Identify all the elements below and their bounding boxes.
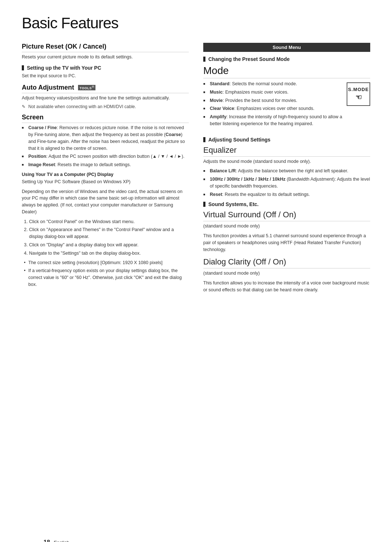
picture-reset-desc: Resets your current picture mode to its … bbox=[22, 54, 189, 61]
ordered-item-4: Navigate to the "Settings" tab on the di… bbox=[29, 250, 189, 257]
virtual-surround-desc: This function provides a virtual 5.1 cha… bbox=[203, 233, 370, 253]
screen-title: Screen bbox=[22, 114, 189, 123]
setting-up-tv-desc: Set the input source to PC. bbox=[22, 73, 189, 79]
smode-box: S.MODE ☞ bbox=[347, 82, 370, 106]
mode-movie: Movie: Provides the best sound for movie… bbox=[203, 97, 343, 104]
auto-adjustment-section: Auto Adjustment TOOLS⊓ Adjust frequency … bbox=[22, 84, 189, 110]
dialog-clarity-note: (standard sound mode only) bbox=[203, 270, 370, 277]
auto-adjustment-title: Auto Adjustment TOOLS⊓ bbox=[22, 84, 189, 93]
mode-music: Music: Emphasizes music over voices. bbox=[203, 89, 343, 96]
equalizer-title: Equalizer bbox=[203, 145, 370, 157]
screen-bullets: Coarse / Fine: Removes or reduces pictur… bbox=[22, 124, 189, 168]
page-number: 18 bbox=[44, 539, 50, 542]
eq-reset: Reset: Resets the equalizer to its defau… bbox=[203, 191, 370, 198]
left-column: Picture Reset (OK / Cancel) Resets your … bbox=[22, 43, 189, 296]
mode-clear-voice: Clear Voice: Emphasizes voices over othe… bbox=[203, 105, 343, 112]
sub-bullet-frequency: If a vertical-frequency option exists on… bbox=[22, 267, 189, 288]
virtual-surround-title: Virtual Surround (Off / On) bbox=[203, 210, 370, 221]
setting-up-tv-section: Setting up the TV with Your PC Set the i… bbox=[22, 65, 189, 79]
changing-preset-title: Changing the Preset Sound Mode bbox=[203, 56, 370, 62]
eq-bandwidth: 100Hz / 300Hz / 1kHz / 3kHz / 10kHz (Ban… bbox=[203, 176, 370, 190]
pc-display-sub-bullets: The correct size setting (resolution) [O… bbox=[22, 259, 189, 288]
pc-display-desc: Setting Up Your PC Software (Based on Wi… bbox=[22, 178, 189, 185]
sound-menu-header: Sound Menu bbox=[203, 43, 370, 52]
pc-display-ordered-list: Click on "Control Panel" on the Windows … bbox=[22, 218, 189, 257]
mode-bullets: Standard: Selects the normal sound mode.… bbox=[203, 81, 343, 129]
dialog-clarity-section: Dialog Clarity (Off / On) (standard soun… bbox=[203, 257, 370, 293]
page-footer: 18 English bbox=[44, 539, 69, 542]
screen-bullet-image-reset: Image Reset: Resets the image to default… bbox=[22, 161, 189, 168]
right-column: Sound Menu Changing the Preset Sound Mod… bbox=[203, 43, 370, 296]
mode-amplify: Amplify: Increase the intensity of high-… bbox=[203, 114, 343, 127]
dialog-clarity-desc: This function allows you to increase the… bbox=[203, 280, 370, 293]
virtual-surround-note: (standard sound mode only) bbox=[203, 223, 370, 230]
equalizer-section: Equalizer Adjusts the sound mode (standa… bbox=[203, 145, 370, 198]
equalizer-desc: Adjusts the sound mode (standard sound m… bbox=[203, 158, 370, 165]
sub-bullet-resolution: The correct size setting (resolution) [O… bbox=[22, 259, 189, 266]
sound-systems-title: Sound Systems, Etc. bbox=[203, 201, 370, 207]
adjusting-sound-section: Adjusting Sound Settings bbox=[203, 137, 370, 143]
auto-adjustment-note: Not available when connecting with an HD… bbox=[22, 104, 189, 109]
page-title: Basic Features bbox=[22, 15, 370, 32]
mode-section: Mode Standard: Selects the normal sound … bbox=[203, 65, 370, 132]
adjusting-sound-title: Adjusting Sound Settings bbox=[203, 137, 370, 143]
picture-reset-section: Picture Reset (OK / Cancel) Resets your … bbox=[22, 43, 189, 61]
eq-balance: Balance L/R: Adjusts the balance between… bbox=[203, 168, 370, 174]
dialog-clarity-title: Dialog Clarity (Off / On) bbox=[203, 257, 370, 268]
mode-standard: Standard: Selects the normal sound mode. bbox=[203, 81, 343, 87]
pc-display-body: Depending on the version of Windows and … bbox=[22, 188, 189, 215]
sound-systems-section: Sound Systems, Etc. bbox=[203, 201, 370, 207]
picture-reset-title: Picture Reset (OK / Cancel) bbox=[22, 43, 189, 52]
page-language: English bbox=[54, 540, 69, 542]
virtual-surround-section: Virtual Surround (Off / On) (standard so… bbox=[203, 210, 370, 253]
equalizer-bullets: Balance L/R: Adjusts the balance between… bbox=[203, 168, 370, 198]
screen-bullet-position: Position: Adjust the PC screen position … bbox=[22, 153, 189, 160]
tools-icon: TOOLS⊓ bbox=[78, 85, 95, 90]
pc-display-title: Using Your TV as a Computer (PC) Display bbox=[22, 172, 189, 177]
ordered-item-2: Click on "Appearance and Themes" in the … bbox=[29, 226, 189, 240]
auto-adjustment-desc: Adjust frequency values/positions and fi… bbox=[22, 95, 189, 102]
screen-bullet-coarse: Coarse / Fine: Removes or reduces pictur… bbox=[22, 124, 189, 152]
smode-hand-icon: ☞ bbox=[355, 93, 362, 102]
changing-preset-section: Changing the Preset Sound Mode bbox=[203, 56, 370, 62]
ordered-item-3: Click on "Display" and a display dialog … bbox=[29, 242, 189, 249]
pc-display-section: Using Your TV as a Computer (PC) Display… bbox=[22, 172, 189, 288]
screen-section: Screen Coarse / Fine: Removes or reduces… bbox=[22, 114, 189, 288]
smode-label: S.MODE bbox=[348, 87, 369, 92]
setting-up-tv-title: Setting up the TV with Your PC bbox=[22, 65, 189, 71]
mode-title: Mode bbox=[203, 65, 370, 78]
ordered-item-1: Click on "Control Panel" on the Windows … bbox=[29, 218, 189, 225]
